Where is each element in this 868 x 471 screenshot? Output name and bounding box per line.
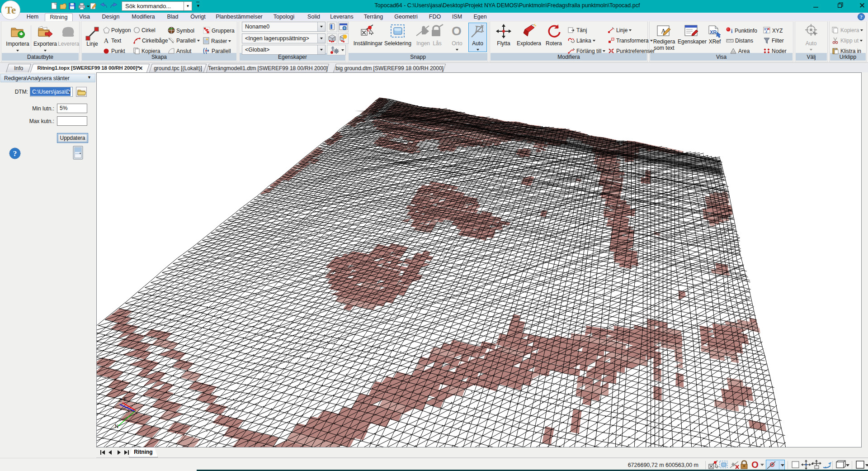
svg-text:O: O xyxy=(452,24,462,38)
svg-text:i: i xyxy=(731,28,733,34)
svg-text:XR: XR xyxy=(710,29,717,35)
svg-text:?: ? xyxy=(860,14,863,19)
svg-text:N: N xyxy=(115,423,118,429)
svg-text:E: E xyxy=(123,396,127,402)
svg-text:A: A xyxy=(104,37,109,44)
svg-text:Z: Z xyxy=(118,397,122,403)
svg-text:Z: Z xyxy=(765,30,768,33)
svg-text:O: O xyxy=(751,460,759,470)
svg-text:?: ? xyxy=(13,149,17,158)
